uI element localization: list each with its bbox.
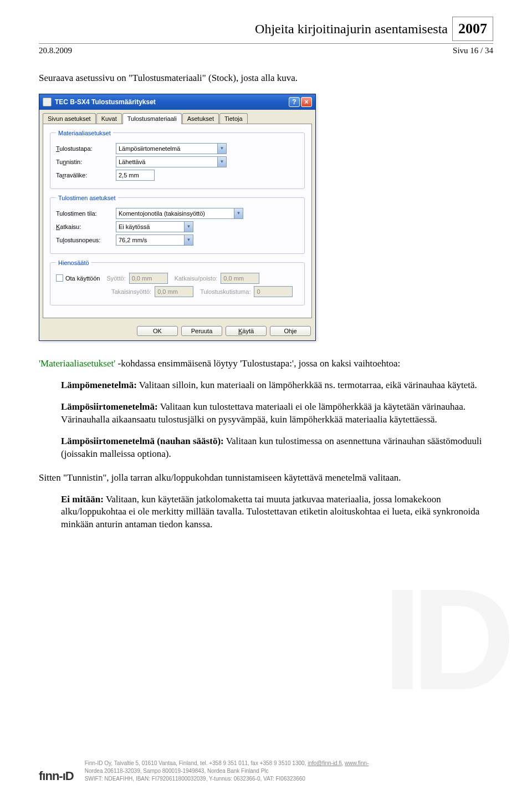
help-icon[interactable]: ?	[289, 97, 300, 107]
eimitaan-text: Valitaan, kun käytetään jatkolomaketta t…	[61, 494, 479, 530]
dialog-button-row: OK Peruuta Käytä Ohje	[39, 322, 315, 340]
kayta-button[interactable]: Käytä	[226, 326, 267, 336]
saasto-heading: Lämpösiirtomenetelmä (nauhan säästö):	[61, 436, 224, 446]
lamposiirto-heading: Lämpösiirtomenetelmä:	[61, 401, 158, 412]
tulostimen-tila-combo[interactable]: Komentojonotila (takaisinsyöttö) ▼	[116, 208, 243, 219]
group-materiaaliasetukset-legend: Materiaaliasetukset	[56, 130, 113, 136]
chevron-down-icon[interactable]: ▼	[234, 208, 243, 218]
takaisinsyotto-label: Takaisinsyöttö:	[111, 288, 151, 295]
footer-address: Finn-ID Oy, Taivaltie 5, 01610 Vantaa, F…	[85, 760, 308, 766]
footer-web-link[interactable]: www.finn-	[345, 760, 369, 766]
syotto-label: Syöttö:	[106, 275, 125, 282]
tulostimen-tila-value: Komentojonotila (takaisinsyöttö)	[119, 210, 234, 217]
katkaisu-poisto-label: Katkaisu/poisto:	[175, 275, 218, 282]
footer-email-link[interactable]: info@finn-id.fi	[308, 760, 341, 766]
tunnistin-combo[interactable]: Lähettävä ▼	[116, 156, 227, 167]
katkaisu-value: Ei käytössä	[119, 223, 184, 230]
group-hienosaato-legend: Hienosäätö	[56, 259, 91, 266]
takaisinsyotto-input: 0,0 mm	[155, 286, 193, 297]
tarravalike-input[interactable]: 2,5 mm	[116, 170, 155, 181]
ota-kayttoon-label[interactable]: Ota käyttöön	[65, 275, 100, 282]
meta-row: 20.8.2009 Sivu 16 / 34	[39, 46, 493, 55]
group-hienosaato: Hienosäätö Ota käyttöön Syöttö: 0,0 mm K…	[50, 259, 305, 305]
katkaisu-label: Katkaisu:	[56, 223, 111, 230]
chevron-down-icon[interactable]: ▼	[184, 235, 193, 245]
doc-header: Ohjeita kirjoitinajurin asentamisesta 20…	[39, 17, 493, 41]
eimitaan-heading: Ei mitään:	[61, 494, 104, 505]
group-tulostimen-legend: Tulostimen asetukset	[56, 195, 118, 201]
dialog-title: TEC B-SX4 Tulostusmääritykset	[55, 98, 156, 106]
tab-asetukset[interactable]: Asetukset	[182, 113, 219, 124]
tunnistin-label: Tunnistin:	[56, 159, 111, 165]
group-materiaaliasetukset: Materiaaliasetukset Tulostustapa: Lämpös…	[50, 130, 305, 189]
tulostusnopeus-combo[interactable]: 76,2 mm/s ▼	[116, 235, 193, 246]
tulostustapa-value: Lämpösiirtomenetelmä	[119, 145, 217, 152]
peruuta-button[interactable]: Peruuta	[181, 326, 222, 336]
materiaaliasetukset-term: 'Materiaaliasetukset'	[39, 358, 115, 369]
page-number: Sivu 16 / 34	[453, 46, 493, 55]
lampomenetelma-heading: Lämpömenetelmä:	[61, 380, 137, 390]
takaisinsyotto-value: 0,0 mm	[157, 288, 178, 295]
eimitaan-paragraph: Ei mitään: Valitaan, kun käytetään jatko…	[61, 493, 493, 532]
lampomenetelma-text: Valitaan silloin, kun materiaali on lämp…	[137, 380, 477, 390]
syotto-value: 0,0 mm	[132, 275, 152, 282]
doc-date: 20.8.2009	[39, 46, 72, 55]
footer-line3: SWIFT: NDEAFIHH, IBAN: FI792061180003203…	[85, 776, 369, 782]
close-icon[interactable]: ×	[301, 97, 312, 107]
tab-kuvat[interactable]: Kuvat	[96, 113, 122, 124]
katkaisu-poisto-input: 0,0 mm	[221, 273, 259, 284]
ok-button[interactable]: OK	[137, 326, 178, 336]
doc-title: Ohjeita kirjoitinajurin asentamisesta	[255, 22, 448, 37]
tunnistin-value: Lähettävä	[119, 159, 217, 165]
ota-kayttoon-checkbox[interactable]	[56, 274, 63, 282]
tulostustapa-combo[interactable]: Lämpösiirtomenetelmä ▼	[116, 143, 227, 154]
tab-sivun-asetukset[interactable]: Sivun asetukset	[43, 113, 96, 124]
katkaisu-poisto-value: 0,0 mm	[223, 275, 244, 282]
saasto-paragraph: Lämpösiirtomenetelmä (nauhan säästö): Va…	[61, 435, 493, 461]
group-tulostimen-asetukset: Tulostimen asetukset Tulostimen tila: Ko…	[50, 195, 305, 254]
printer-dialog: TEC B-SX4 Tulostusmääritykset ? × Sivun …	[39, 94, 316, 341]
tulostusnopeus-value: 76,2 mm/s	[119, 237, 184, 243]
tulostuskutistuma-label: Tulostuskutistuma:	[200, 288, 250, 295]
doc-year: 2007	[452, 17, 493, 41]
tulostuskutistuma-input: 0	[254, 286, 293, 297]
tab-bar: Sivun asetukset Kuvat Tulostusmateriaali…	[39, 110, 315, 124]
footer-line1: Finn-ID Oy, Taivaltie 5, 01610 Vantaa, F…	[85, 760, 369, 766]
page-footer: fınn-ıD Finn-ID Oy, Taivaltie 5, 01610 V…	[39, 760, 493, 783]
tab-tietoja[interactable]: Tietoja	[219, 113, 248, 124]
tarravalike-label: Tarravälike:	[56, 172, 111, 179]
chevron-down-icon[interactable]: ▼	[184, 222, 193, 232]
materiaaliasetukset-rest: -kohdassa ensimmäisenä löytyy 'Tulostust…	[115, 358, 400, 369]
tulostimen-tila-label: Tulostimen tila:	[56, 210, 111, 217]
tab-tulostusmateriaali[interactable]: Tulostusmateriaali	[122, 113, 182, 124]
dialog-titlebar[interactable]: TEC B-SX4 Tulostusmääritykset ? ×	[39, 94, 315, 110]
syotto-input: 0,0 mm	[129, 273, 168, 284]
intro-paragraph: Seuraava asetussivu on "Tulostusmateriaa…	[39, 72, 493, 85]
tulostusnopeus-label: Tulostusnopeus:	[56, 237, 111, 243]
ohje-button[interactable]: Ohje	[270, 326, 311, 336]
lamposiirto-paragraph: Lämpösiirtomenetelmä: Valitaan kun tulos…	[61, 401, 493, 426]
materiaaliasetukset-paragraph: 'Materiaaliasetukset' -kohdassa ensimmäi…	[39, 358, 493, 370]
chevron-down-icon[interactable]: ▼	[217, 144, 226, 154]
footer-logo: fınn-ıD	[39, 769, 74, 783]
tulostustapa-label: Tulostustapa:	[56, 145, 111, 152]
tarravalike-value: 2,5 mm	[119, 172, 139, 179]
header-rule	[39, 43, 493, 44]
footer-line2: Nordea 206118-32039, Sampo 800019-194984…	[85, 768, 369, 774]
chevron-down-icon[interactable]: ▼	[217, 157, 226, 167]
tulostuskutistuma-value: 0	[257, 288, 260, 295]
katkaisu-combo[interactable]: Ei käytössä ▼	[116, 221, 193, 232]
tunnistin-paragraph: Sitten "Tunnistin", jolla tarran alku/lo…	[39, 472, 493, 485]
lampomenetelma-paragraph: Lämpömenetelmä: Valitaan silloin, kun ma…	[61, 379, 493, 392]
printer-icon	[43, 98, 52, 106]
watermark: ID	[382, 557, 504, 722]
